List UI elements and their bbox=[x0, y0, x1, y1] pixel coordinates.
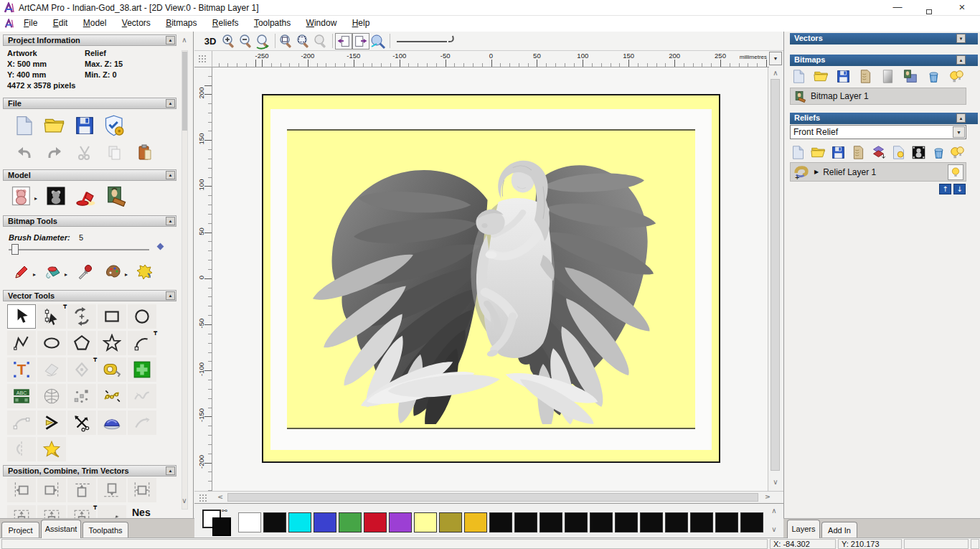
h-scrollbar-thumb[interactable] bbox=[227, 493, 758, 502]
transfer-relief-layer-icon[interactable] bbox=[871, 145, 886, 160]
palette-swatch[interactable] bbox=[540, 512, 562, 532]
colour-link-icon[interactable]: ⚯ bbox=[222, 507, 227, 515]
trim-vectors-button[interactable] bbox=[67, 410, 96, 435]
maximize-button[interactable] bbox=[917, 0, 941, 16]
palette-swatch[interactable] bbox=[263, 512, 286, 532]
pick-colour-button[interactable] bbox=[70, 260, 99, 284]
model-properties-button[interactable] bbox=[100, 113, 129, 138]
relief-select-combo[interactable]: Front Relief ▼ bbox=[790, 125, 966, 139]
menu-vectors[interactable]: Vectors bbox=[116, 16, 157, 28]
previous-layer-button[interactable] bbox=[335, 33, 352, 50]
align-bottom-button[interactable] bbox=[98, 478, 126, 502]
vector-doctor-button[interactable] bbox=[37, 437, 66, 461]
palette-swatch[interactable] bbox=[565, 512, 588, 532]
move-layer-down-button[interactable]: ↓ bbox=[953, 184, 966, 194]
zoom-object-button[interactable] bbox=[312, 33, 329, 50]
menu-bitmaps[interactable]: Bitmaps bbox=[159, 16, 203, 28]
collapse-button[interactable]: ▲ bbox=[166, 36, 175, 44]
tab-layers[interactable]: Layers bbox=[787, 520, 820, 538]
palette-scroll-down-icon[interactable]: ∨ bbox=[769, 525, 779, 533]
position-combine-trim-header[interactable]: Position, Combine, Trim Vectors ▲ bbox=[3, 465, 176, 477]
envelope-distortion-button[interactable] bbox=[37, 384, 66, 408]
flyout-arrow-icon[interactable]: ▸ bbox=[34, 195, 37, 202]
model-view[interactable] bbox=[212, 67, 768, 491]
bisect-angle-button[interactable] bbox=[37, 410, 66, 435]
block-paste-button[interactable] bbox=[67, 384, 96, 408]
create-star-button[interactable] bbox=[98, 331, 126, 355]
magnify-button[interactable] bbox=[369, 33, 387, 50]
fit-arcs-button[interactable] bbox=[7, 410, 36, 435]
bitmaps-section-header[interactable]: Bitmaps ▲ bbox=[790, 55, 978, 66]
toggle-all-bitmaps-icon[interactable] bbox=[948, 69, 964, 85]
paste-along-curve-button[interactable] bbox=[37, 357, 66, 382]
3d-view-button[interactable]: 3D bbox=[202, 33, 219, 50]
bitmap-tools-header[interactable]: Bitmap Tools ▲ bbox=[3, 215, 176, 227]
collapse-button[interactable]: ▲ bbox=[956, 113, 966, 123]
collapse-button[interactable]: ▲ bbox=[166, 291, 175, 300]
palette-swatch[interactable] bbox=[339, 512, 362, 532]
palette-swatch[interactable] bbox=[690, 512, 713, 532]
transform-vectors-button[interactable] bbox=[67, 304, 96, 329]
greyscale-preview-icon[interactable] bbox=[911, 145, 926, 160]
ruler-units-dropdown[interactable]: ▼ bbox=[769, 52, 782, 65]
create-arc-button[interactable]: ┳ bbox=[128, 331, 156, 355]
undo-button[interactable] bbox=[10, 141, 39, 165]
palette-swatch[interactable] bbox=[439, 512, 462, 532]
collapse-button[interactable]: ▲ bbox=[166, 217, 175, 225]
menu-toolpaths[interactable]: Toolpaths bbox=[248, 16, 297, 28]
open-relief-layer-icon[interactable] bbox=[811, 145, 826, 160]
secondary-colour-swatch[interactable] bbox=[212, 517, 231, 536]
collapse-button[interactable]: ▲ bbox=[166, 466, 175, 475]
palette-swatch[interactable] bbox=[715, 512, 738, 532]
palette-swatch[interactable] bbox=[665, 512, 688, 532]
vector-tools-header[interactable]: Vector Tools ▲ bbox=[3, 290, 176, 301]
redo-button[interactable] bbox=[40, 141, 69, 165]
scroll-left-icon[interactable]: ∧ bbox=[216, 492, 224, 502]
bitmap-layer-row[interactable]: Bitmap Layer 1 bbox=[790, 88, 966, 105]
text-on-curve-button[interactable] bbox=[7, 384, 36, 408]
measure-button[interactable] bbox=[98, 357, 126, 382]
nesting-button[interactable]: Nes bbox=[132, 507, 151, 518]
palette-swatch[interactable] bbox=[464, 512, 487, 532]
bitmap-to-relief-icon[interactable] bbox=[903, 69, 918, 84]
wrap-vectors-button[interactable] bbox=[98, 410, 126, 435]
mirror-vectors-button[interactable] bbox=[7, 437, 36, 461]
palette-swatch[interactable] bbox=[288, 512, 311, 532]
copy-button[interactable] bbox=[100, 141, 129, 165]
align-top-button[interactable] bbox=[67, 478, 96, 502]
scroll-up-icon[interactable]: ∧ bbox=[771, 69, 781, 77]
menu-file[interactable]: File bbox=[17, 16, 44, 28]
palette-scroll-up-icon[interactable]: ∧ bbox=[769, 507, 779, 515]
zoom-1to1-button[interactable] bbox=[278, 33, 295, 50]
join-vectors-button[interactable] bbox=[128, 410, 156, 435]
paste-relief-layer-icon[interactable] bbox=[851, 145, 866, 160]
brush-diameter-slider[interactable] bbox=[9, 249, 149, 250]
flyout-arrow-icon[interactable]: ▸ bbox=[33, 271, 36, 278]
save-model-button[interactable] bbox=[70, 113, 99, 138]
minimize-button[interactable]: — bbox=[885, 0, 910, 16]
palette-swatch[interactable] bbox=[514, 512, 537, 532]
align-left-button[interactable] bbox=[7, 478, 36, 502]
reliefs-section-header[interactable]: Reliefs ▲ bbox=[790, 113, 978, 124]
project-information-header[interactable]: Project Information ▲ bbox=[3, 34, 176, 46]
palette-swatch[interactable] bbox=[615, 512, 638, 532]
zoom-in-button[interactable] bbox=[220, 33, 237, 50]
palette-swatch[interactable] bbox=[364, 512, 387, 532]
scroll-right-icon[interactable]: ∧ bbox=[764, 492, 772, 502]
center-horizontal-button[interactable] bbox=[128, 478, 156, 502]
cut-button[interactable] bbox=[70, 141, 99, 165]
delete-bitmap-layer-icon[interactable] bbox=[926, 69, 941, 84]
close-button[interactable]: × bbox=[950, 0, 974, 16]
select-vectors-button[interactable] bbox=[7, 304, 36, 329]
collapse-button[interactable]: ▲ bbox=[166, 99, 175, 108]
move-layer-up-button[interactable]: ↑ bbox=[939, 184, 951, 194]
load-bitmap-button[interactable] bbox=[102, 184, 131, 208]
tab-add-in[interactable]: Add In bbox=[821, 522, 857, 538]
zoom-fit-button[interactable] bbox=[295, 33, 312, 50]
offset-vector-button[interactable]: ┳ bbox=[67, 357, 96, 382]
panel-scrollbar-thumb[interactable] bbox=[182, 52, 187, 131]
node-editing-button[interactable]: ┳ bbox=[37, 304, 66, 329]
expand-layer-icon[interactable]: ▶ bbox=[814, 169, 819, 175]
zoom-previous-button[interactable] bbox=[255, 33, 272, 50]
menu-edit[interactable]: Edit bbox=[47, 16, 75, 28]
